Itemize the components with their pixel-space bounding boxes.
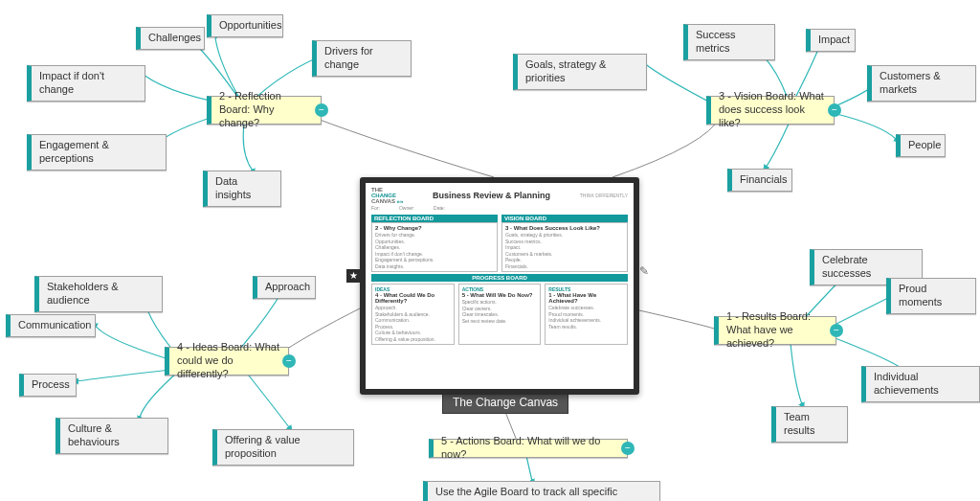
- leaf-label: Stakeholders & audience: [47, 281, 154, 307]
- leaf-team[interactable]: Team results: [771, 406, 848, 443]
- leaf-individual[interactable]: Individual achievements: [861, 366, 980, 402]
- leaf-challenges[interactable]: Challenges: [136, 27, 205, 50]
- leaf-label: Goals, strategy & priorities: [525, 58, 638, 85]
- collapse-icon[interactable]: −: [828, 103, 841, 117]
- doc-brand: THINK DIFFERENTLY: [580, 193, 628, 198]
- leaf-agile[interactable]: Use the Agile Board to track all specifi…: [423, 481, 660, 501]
- leaf-label: Financials: [740, 173, 788, 187]
- central-document[interactable]: ✎ THECHANGECANVAS »» Business Review & P…: [360, 177, 639, 395]
- leaf-label: Opportunities: [219, 19, 281, 33]
- leaf-label: Drivers for change: [324, 45, 403, 72]
- collapse-icon[interactable]: −: [830, 324, 843, 337]
- collapse-icon[interactable]: −: [282, 354, 296, 368]
- leaf-impact[interactable]: Impact: [806, 29, 856, 52]
- doc-vision: 3 - What Does Success Look Like? Goals, …: [501, 222, 628, 272]
- leaf-label: Use the Agile Board to track all specifi…: [435, 486, 652, 501]
- leaf-label: Impact: [818, 34, 850, 47]
- sec-bar-progress: PROGRESS BOARD: [371, 274, 628, 282]
- doc-reflection: 2 - Why Change? Drivers for change.Oppor…: [371, 222, 498, 272]
- branch-label: 1 - Results Board: What have we achieved…: [726, 310, 828, 350]
- branch-label: 4 - Ideas Board: What could we do differ…: [177, 341, 280, 380]
- leaf-culture[interactable]: Culture & behaviours: [56, 418, 168, 454]
- root-title-text: The Change Canvas: [453, 396, 558, 409]
- leaf-label: Engagement & perceptions: [39, 139, 158, 166]
- leaf-label: Proud moments: [899, 283, 968, 309]
- collapse-icon[interactable]: −: [621, 442, 635, 455]
- branch-ideas-board[interactable]: 4 - Ideas Board: What could we do differ…: [165, 347, 289, 376]
- leaf-label: Offering & value proposition: [225, 434, 345, 461]
- branch-reflection-board[interactable]: 2 - Reflection Board: Why change?−: [207, 96, 322, 125]
- leaf-engagement[interactable]: Engagement & perceptions: [27, 134, 167, 171]
- doc-inner: THECHANGECANVAS »» Business Review & Pla…: [366, 183, 634, 389]
- leaf-success-metrics[interactable]: Success metrics: [683, 24, 775, 60]
- mindmap-canvas[interactable]: 2 - Reflection Board: Why change?− Oppor…: [0, 0, 980, 501]
- doc-ideas: IDEAS 4 - What Could We Do Differently? …: [371, 284, 455, 345]
- leaf-financials[interactable]: Financials: [727, 169, 792, 192]
- leaf-drivers[interactable]: Drivers for change: [312, 40, 412, 77]
- leaf-offering[interactable]: Offering & value proposition: [212, 429, 354, 466]
- leaf-label: Customers & markets: [880, 70, 968, 97]
- leaf-communication[interactable]: Communication: [6, 314, 96, 337]
- leaf-stakeholders[interactable]: Stakeholders & audience: [34, 276, 163, 312]
- branch-label: 2 - Reflection Board: Why change?: [219, 90, 313, 129]
- leaf-label: Success metrics: [696, 29, 767, 56]
- doc-meta: For:Owner:Date:: [371, 205, 628, 211]
- sec-bar-reflection: REFLECTION BOARD: [371, 215, 498, 222]
- leaf-label: Individual achievements: [874, 371, 971, 398]
- leaf-process[interactable]: Process: [19, 374, 77, 397]
- branch-vision-board[interactable]: 3 - Vision Board: What does success look…: [706, 96, 835, 125]
- leaf-label: Process: [32, 378, 70, 392]
- leaf-label: Team results: [784, 411, 839, 438]
- sec-bar-vision: VISION BOARD: [501, 215, 628, 222]
- leaf-label: Challenges: [148, 32, 201, 45]
- leaf-label: Data insights: [215, 175, 273, 202]
- leaf-label: Impact if don't change: [39, 70, 137, 97]
- doc-results: RESULTS 1 - What Have We Achieved? Celeb…: [545, 284, 628, 345]
- leaf-label: Communication: [18, 319, 91, 332]
- leaf-goals[interactable]: Goals, strategy & priorities: [513, 54, 647, 90]
- leaf-label: Culture & behaviours: [68, 422, 160, 449]
- leaf-label: Celebrate successes: [822, 254, 914, 281]
- doc-title: Business Review & Planning: [433, 191, 550, 200]
- branch-actions-board[interactable]: 5 - Actions Board: What will we do now?−: [429, 439, 628, 458]
- leaf-people[interactable]: People: [896, 134, 946, 157]
- leaf-label: People: [908, 139, 941, 152]
- branch-label: 5 - Actions Board: What will we do now?: [441, 435, 619, 462]
- doc-logo: THECHANGECANVAS »»: [371, 187, 403, 204]
- leaf-impact-if[interactable]: Impact if don't change: [27, 65, 145, 102]
- leaf-customers[interactable]: Customers & markets: [867, 65, 976, 102]
- leaf-label: Approach: [265, 281, 310, 294]
- leaf-data-insights[interactable]: Data insights: [203, 171, 281, 207]
- leaf-approach[interactable]: Approach: [253, 276, 316, 299]
- pen-icon[interactable]: ✎: [639, 264, 649, 278]
- branch-results-board[interactable]: 1 - Results Board: What have we achieved…: [714, 316, 836, 345]
- doc-actions: ACTIONS 5 - What Will We Do Now? Specifi…: [458, 284, 542, 345]
- collapse-icon[interactable]: −: [315, 103, 328, 117]
- leaf-opportunities[interactable]: Opportunities: [207, 14, 283, 37]
- branch-label: 3 - Vision Board: What does success look…: [719, 90, 826, 129]
- leaf-proud[interactable]: Proud moments: [886, 278, 976, 314]
